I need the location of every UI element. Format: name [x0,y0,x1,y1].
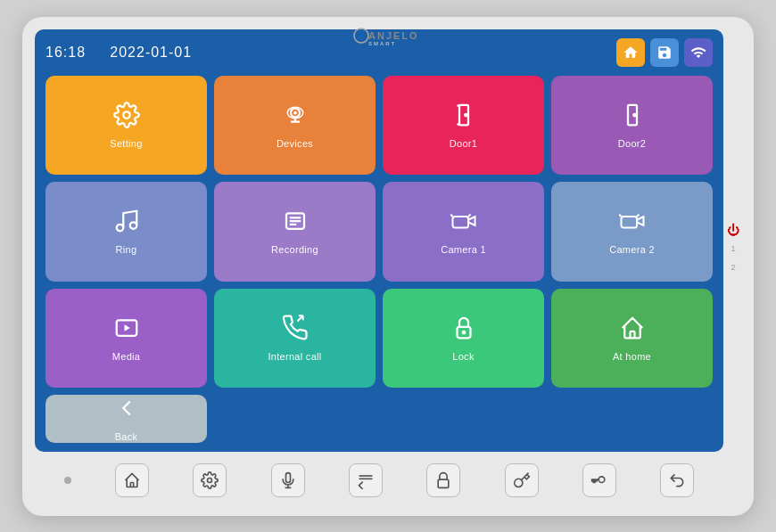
tile-camera2[interactable]: Camera 2 [551,182,713,282]
tile-door2[interactable]: Door2 [551,76,713,176]
tile-setting-label: Setting [110,138,142,149]
svg-rect-34 [438,479,449,487]
tile-lock-label: Lock [452,351,474,362]
svg-text:ANJELO: ANJELO [368,30,419,41]
camera2-icon [619,208,646,239]
settings-bottom-btn[interactable] [193,463,227,497]
tile-media[interactable]: Media [45,289,207,389]
tile-camera1-label: Camera 1 [441,244,486,255]
menu-bottom-btn[interactable] [349,463,383,497]
svg-point-14 [129,223,136,230]
tile-media-label: Media [112,351,140,362]
main-content: 16:18 2022-01-01 [35,29,723,503]
button-1-label[interactable]: 1 [731,243,735,255]
recording-icon [282,208,309,239]
media-icon [113,315,140,346]
door1-icon [450,102,477,133]
tile-door2-label: Door2 [618,138,646,149]
keys-bottom-btn[interactable] [582,463,616,497]
home-header-icon[interactable] [616,38,645,67]
tile-lock[interactable]: Lock [383,289,544,389]
svg-line-10 [457,124,459,125]
tile-athome-label: At home [613,351,651,362]
tile-door1[interactable]: Door1 [383,76,544,176]
svg-line-24 [637,215,640,217]
svg-point-3 [123,111,130,119]
svg-point-5 [293,110,297,114]
svg-marker-26 [124,324,129,331]
tile-setting[interactable]: Setting [45,76,207,176]
athome-icon [619,315,646,346]
tile-camera2-label: Camera 2 [609,244,655,255]
svg-line-21 [468,215,471,217]
tile-recording[interactable]: Recording [214,182,376,282]
time-date: 16:18 2022-01-01 [45,45,192,61]
bottom-bar [35,457,723,503]
time-display: 16:18 [45,45,86,60]
svg-point-12 [633,114,636,117]
tile-recording-label: Recording [271,244,318,255]
back-bottom-btn[interactable] [660,463,694,497]
side-buttons: ⏻ 1 2 [723,0,745,503]
power-button[interactable]: ⏻ [727,224,739,236]
svg-rect-22 [621,217,637,228]
svg-line-9 [457,105,459,106]
indicator-dot [64,477,71,484]
tile-internal-label: Internal call [268,351,321,362]
svg-point-13 [116,225,123,232]
camera1-icon [450,208,477,239]
svg-line-20 [450,215,453,217]
svg-rect-19 [452,217,468,228]
tile-back-label: Back [115,431,138,442]
app-grid: Setting Devices [45,76,713,443]
door2-icon [619,102,646,133]
brand-logo: ANJELO SMART [352,26,424,47]
wifi-header-icon[interactable] [684,38,713,67]
devices-icon [282,102,309,133]
internal-icon [282,315,309,346]
tile-athome[interactable]: At home [551,289,713,389]
tile-internal[interactable]: Internal call [214,289,376,389]
svg-point-8 [465,114,467,117]
tile-devices[interactable]: Devices [214,76,376,176]
lock-icon [450,315,477,346]
header-icons [616,38,713,67]
save-header-icon[interactable] [650,38,679,67]
home-bottom-btn[interactable] [115,463,149,497]
svg-line-23 [619,215,622,217]
tile-back[interactable]: Back [45,395,207,442]
svg-point-29 [208,478,212,482]
button-2-label[interactable]: 2 [731,262,735,274]
date-display: 2022-01-01 [110,45,192,60]
key-bottom-btn[interactable] [505,463,539,497]
setting-icon [113,102,140,133]
device-frame: ANJELO SMART 16:18 2022-01-01 [22,17,754,516]
mic-bottom-btn[interactable] [271,463,305,497]
tile-camera1[interactable]: Camera 1 [383,182,544,282]
tile-ring[interactable]: Ring [45,182,207,282]
tile-ring-label: Ring [116,244,137,255]
svg-text:SMART: SMART [368,41,396,45]
tile-devices-label: Devices [277,138,313,149]
svg-point-28 [462,331,465,334]
screen: 16:18 2022-01-01 [35,29,723,452]
back-icon [113,395,140,426]
ring-icon [113,208,140,239]
padlock-bottom-btn[interactable] [426,463,460,497]
svg-point-0 [354,29,368,43]
tile-door1-label: Door1 [450,138,477,149]
